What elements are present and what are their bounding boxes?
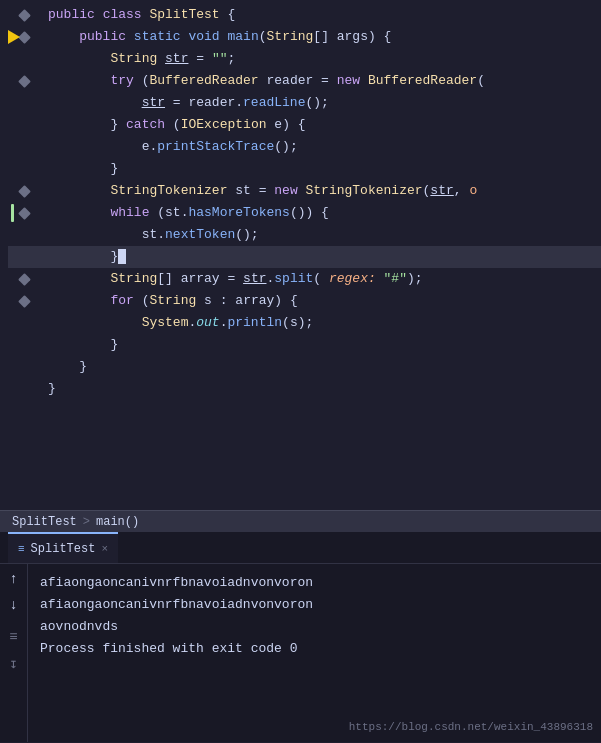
gutter	[16, 187, 48, 196]
terminal-line: Process finished with exit code 0	[40, 638, 589, 660]
editor-area: public class SplitTest { public static v…	[0, 0, 601, 510]
code-text: for (String s : array) {	[48, 290, 593, 312]
breakpoint[interactable]	[16, 11, 32, 20]
terminal-line: aovnodnvds	[40, 616, 589, 638]
terminal-tabs: ≡ SplitTest ×	[0, 532, 601, 564]
code-line: public static void main(String[] args) {	[8, 26, 601, 48]
breadcrumb-class: SplitTest	[12, 515, 77, 529]
code-text: String[] array = str.split( regex: "#");	[48, 268, 593, 290]
code-line: }	[8, 378, 601, 400]
cursor	[118, 249, 126, 264]
code-text: StringTokenizer st = new StringTokenizer…	[48, 180, 593, 202]
terminal-output: afiaongaoncanivnrfbnavoiadnvonvoron afia…	[28, 564, 601, 742]
scroll-up-button[interactable]: ↑	[5, 570, 23, 588]
breadcrumb-separator: >	[83, 515, 90, 529]
breakpoint[interactable]	[16, 33, 32, 42]
code-text: public class SplitTest {	[48, 4, 593, 26]
download-button[interactable]: ↧	[5, 654, 23, 672]
code-text: public static void main(String[] args) {	[48, 26, 593, 48]
code-line: st.nextToken();	[8, 224, 601, 246]
current-line-arrow	[8, 30, 20, 44]
code-text: }	[48, 378, 593, 400]
terminal-sidebar: ↑ ↓ ≡ ↧	[0, 564, 28, 742]
code-line: } catch (IOException e) {	[8, 114, 601, 136]
gutter	[16, 209, 48, 218]
scroll-down-button[interactable]: ↓	[5, 596, 23, 614]
code-line: }	[8, 356, 601, 378]
terminal-line: afiaongaoncanivnrfbnavoiadnvonvoron	[40, 572, 589, 594]
code-text: str = reader.readLine();	[48, 92, 593, 114]
code-text: }	[48, 158, 593, 180]
code-text: st.nextToken();	[48, 224, 593, 246]
terminal-line: afiaongaoncanivnrfbnavoiadnvonvoron	[40, 594, 589, 616]
diamond-icon	[18, 75, 31, 88]
gutter	[16, 77, 48, 86]
diamond-icon	[18, 295, 31, 308]
terminal-area: ≡ SplitTest × ↑ ↓ ≡ ↧ afiaongaoncanivnrf…	[0, 532, 601, 742]
code-text: e.printStackTrace();	[48, 136, 593, 158]
breakpoint[interactable]	[16, 209, 32, 218]
code-line: while (st.hasMoreTokens()) {	[8, 202, 601, 224]
code-line: }	[8, 158, 601, 180]
gutter	[16, 275, 48, 284]
code-container: public class SplitTest { public static v…	[0, 0, 601, 404]
code-line: }	[8, 246, 601, 268]
gutter	[16, 33, 48, 42]
terminal-tab[interactable]: ≡ SplitTest ×	[8, 532, 118, 563]
code-line: String str = "";	[8, 48, 601, 70]
code-line: public class SplitTest {	[8, 4, 601, 26]
breakpoint[interactable]	[16, 187, 32, 196]
diamond-icon	[18, 207, 31, 220]
code-line: System.out.println(s);	[8, 312, 601, 334]
tab-label: SplitTest	[31, 542, 96, 556]
code-text: while (st.hasMoreTokens()) {	[48, 202, 593, 224]
code-line: e.printStackTrace();	[8, 136, 601, 158]
breakpoint[interactable]	[16, 77, 32, 86]
code-text: String str = "";	[48, 48, 593, 70]
breadcrumb: SplitTest > main()	[12, 515, 139, 529]
filter-button[interactable]: ≡	[5, 628, 23, 646]
code-text: } catch (IOException e) {	[48, 114, 593, 136]
breakpoint[interactable]	[16, 275, 32, 284]
code-text: }	[48, 246, 593, 268]
gutter	[16, 11, 48, 20]
diamond-icon	[18, 185, 31, 198]
line-indicator	[8, 204, 16, 222]
code-line: String[] array = str.split( regex: "#");	[8, 268, 601, 290]
status-bar: SplitTest > main()	[0, 510, 601, 532]
code-text: System.out.println(s);	[48, 312, 593, 334]
code-text: try (BufferedReader reader = new Buffere…	[48, 70, 593, 92]
watermark: https://blog.csdn.net/weixin_43896318	[349, 716, 593, 738]
diamond-icon	[18, 9, 31, 22]
code-line: for (String s : array) {	[8, 290, 601, 312]
tab-icon: ≡	[18, 543, 25, 555]
breadcrumb-method: main()	[96, 515, 139, 529]
code-line: }	[8, 334, 601, 356]
modified-indicator	[11, 204, 14, 222]
diamond-icon	[18, 273, 31, 286]
tab-close-button[interactable]: ×	[101, 543, 108, 555]
gutter	[16, 297, 48, 306]
breakpoint[interactable]	[16, 297, 32, 306]
code-line: StringTokenizer st = new StringTokenizer…	[8, 180, 601, 202]
code-line: str = reader.readLine();	[8, 92, 601, 114]
code-text: }	[48, 334, 593, 356]
code-text: }	[48, 356, 593, 378]
terminal-content-wrapper: ↑ ↓ ≡ ↧ afiaongaoncanivnrfbnavoiadnvonvo…	[0, 564, 601, 742]
code-line: try (BufferedReader reader = new Buffere…	[8, 70, 601, 92]
